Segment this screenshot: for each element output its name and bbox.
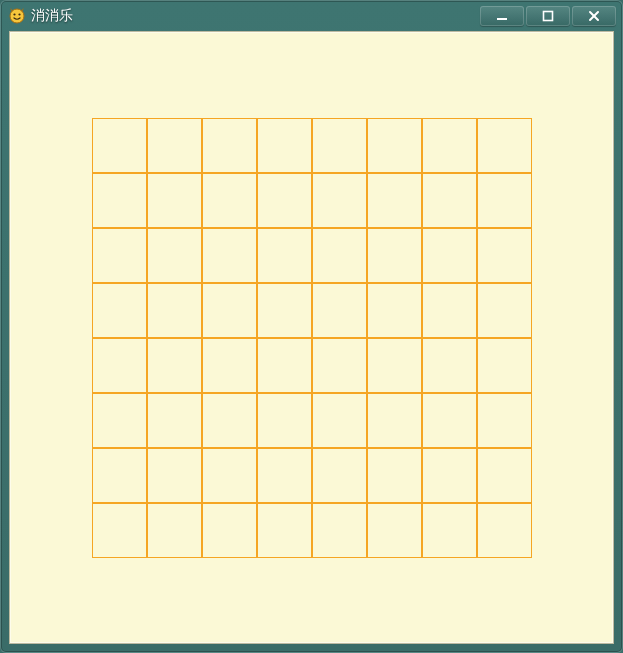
maximize-icon <box>541 9 555 23</box>
window-frame: 消消乐 <box>0 0 623 653</box>
grid-cell[interactable] <box>92 338 147 393</box>
grid-cell[interactable] <box>147 173 202 228</box>
grid-cell[interactable] <box>147 283 202 338</box>
svg-rect-4 <box>544 12 553 21</box>
grid-cell[interactable] <box>367 448 422 503</box>
grid-cell[interactable] <box>202 503 257 558</box>
grid-cell[interactable] <box>147 393 202 448</box>
grid-cell[interactable] <box>257 393 312 448</box>
grid-cell[interactable] <box>477 228 532 283</box>
grid-cell[interactable] <box>92 448 147 503</box>
grid-cell[interactable] <box>477 393 532 448</box>
grid-cell[interactable] <box>477 503 532 558</box>
minimize-button[interactable] <box>480 6 524 26</box>
game-board[interactable] <box>92 118 532 558</box>
grid-cell[interactable] <box>92 118 147 173</box>
grid-cell[interactable] <box>312 393 367 448</box>
grid-cell[interactable] <box>92 393 147 448</box>
grid-cell[interactable] <box>312 503 367 558</box>
grid-cell[interactable] <box>477 448 532 503</box>
grid-cell[interactable] <box>477 173 532 228</box>
svg-rect-3 <box>497 18 507 20</box>
grid-cell[interactable] <box>422 283 477 338</box>
app-icon <box>9 8 25 24</box>
grid-cell[interactable] <box>202 393 257 448</box>
grid-cell[interactable] <box>202 448 257 503</box>
grid-cell[interactable] <box>147 503 202 558</box>
grid-cell[interactable] <box>202 283 257 338</box>
grid-cell[interactable] <box>202 338 257 393</box>
window-title: 消消乐 <box>31 7 73 25</box>
grid-cell[interactable] <box>477 118 532 173</box>
grid-cell[interactable] <box>92 173 147 228</box>
grid-cell[interactable] <box>367 118 422 173</box>
grid-cell[interactable] <box>367 338 422 393</box>
grid-cell[interactable] <box>202 228 257 283</box>
grid-cell[interactable] <box>312 173 367 228</box>
grid-cell[interactable] <box>422 118 477 173</box>
grid-cell[interactable] <box>92 503 147 558</box>
grid-cell[interactable] <box>92 283 147 338</box>
grid-cell[interactable] <box>257 338 312 393</box>
grid-cell[interactable] <box>312 118 367 173</box>
grid-cell[interactable] <box>422 393 477 448</box>
minimize-icon <box>495 9 509 23</box>
close-button[interactable] <box>572 6 616 26</box>
grid-cell[interactable] <box>147 228 202 283</box>
grid-cell[interactable] <box>312 283 367 338</box>
client-area <box>9 31 614 644</box>
maximize-button[interactable] <box>526 6 570 26</box>
grid-cell[interactable] <box>257 283 312 338</box>
grid-cell[interactable] <box>257 228 312 283</box>
svg-point-2 <box>18 13 20 15</box>
grid-cell[interactable] <box>367 283 422 338</box>
grid-cell[interactable] <box>257 173 312 228</box>
grid-cell[interactable] <box>367 503 422 558</box>
window-controls <box>480 6 616 26</box>
grid-cell[interactable] <box>312 228 367 283</box>
grid-cell[interactable] <box>422 503 477 558</box>
grid-cell[interactable] <box>147 448 202 503</box>
grid-cell[interactable] <box>422 448 477 503</box>
titlebar[interactable]: 消消乐 <box>1 1 622 31</box>
grid-cell[interactable] <box>312 448 367 503</box>
svg-point-1 <box>13 13 15 15</box>
grid-cell[interactable] <box>477 283 532 338</box>
grid-cell[interactable] <box>257 503 312 558</box>
grid-cell[interactable] <box>477 338 532 393</box>
grid-cell[interactable] <box>422 173 477 228</box>
grid-cell[interactable] <box>202 173 257 228</box>
grid-cell[interactable] <box>367 173 422 228</box>
grid-cell[interactable] <box>147 118 202 173</box>
grid-cell[interactable] <box>92 228 147 283</box>
grid-cell[interactable] <box>257 448 312 503</box>
grid-cell[interactable] <box>147 338 202 393</box>
grid-cell[interactable] <box>422 338 477 393</box>
grid-cell[interactable] <box>312 338 367 393</box>
grid-cell[interactable] <box>422 228 477 283</box>
grid-cell[interactable] <box>257 118 312 173</box>
grid-cell[interactable] <box>202 118 257 173</box>
grid-cell[interactable] <box>367 228 422 283</box>
grid-cell[interactable] <box>367 393 422 448</box>
close-icon <box>587 9 601 23</box>
